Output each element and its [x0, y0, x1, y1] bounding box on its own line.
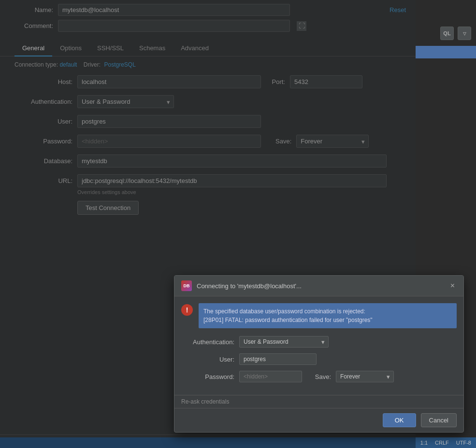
selected-bar — [416, 46, 476, 58]
modal-password-input[interactable] — [239, 371, 302, 382]
filter-icon-button[interactable]: ▿ — [458, 27, 471, 40]
ql-icon-button[interactable]: QL — [440, 27, 454, 40]
encoding: CRLF — [435, 440, 449, 446]
modal-body: ! The specified database user/password c… — [174, 296, 463, 395]
error-line1: The specified database user/password com… — [203, 308, 365, 315]
ok-button[interactable]: OK — [383, 413, 416, 427]
cancel-button[interactable]: Cancel — [421, 413, 457, 427]
app-icon: DB — [181, 280, 192, 291]
line-col: 1:1 — [420, 440, 428, 446]
modal-auth-select[interactable]: User & Password Password Kerberos LDAP N… — [239, 336, 329, 348]
modal-title: Connecting to 'mytestdb@localhost'... — [197, 282, 444, 290]
ql-icon: QL — [443, 30, 450, 36]
modal-save-select[interactable]: Forever Until restart Never — [336, 371, 394, 382]
modal-auth-select-wrapper: User & Password Password Kerberos LDAP N… — [239, 336, 329, 348]
modal-auth-row: Authentication: User & Password Password… — [181, 336, 457, 348]
error-icon: ! — [181, 304, 193, 316]
modal-dialog: DB Connecting to 'mytestdb@localhost'...… — [174, 275, 464, 433]
error-text: The specified database user/password com… — [199, 303, 457, 328]
modal-user-label: User: — [181, 356, 234, 363]
filter-icon: ▿ — [463, 29, 466, 37]
re-ask-row: Re-ask credentials — [174, 395, 463, 408]
modal-header: DB Connecting to 'mytestdb@localhost'...… — [174, 276, 463, 296]
modal-save-select-wrapper: Forever Until restart Never — [336, 371, 394, 382]
modal-password-row: Password: Save: Forever Until restart Ne… — [181, 371, 457, 382]
re-ask-label: Re-ask credentials — [181, 398, 229, 405]
error-line2: [28P01] FATAL: password authentication f… — [203, 317, 373, 323]
modal-save-label: Save: — [307, 373, 331, 380]
modal-footer: OK Cancel — [174, 408, 463, 432]
modal-password-label: Password: — [181, 373, 234, 380]
charset: UTF-8 — [456, 440, 471, 446]
right-toolbar: QL ▿ — [440, 27, 471, 40]
app-icon-label: DB — [184, 283, 190, 288]
modal-close-button[interactable]: × — [448, 281, 457, 290]
modal-user-row: User: — [181, 353, 457, 365]
modal-user-input[interactable] — [239, 353, 317, 365]
modal-auth-label: Authentication: — [181, 338, 234, 346]
error-row: ! The specified database user/password c… — [181, 303, 457, 328]
